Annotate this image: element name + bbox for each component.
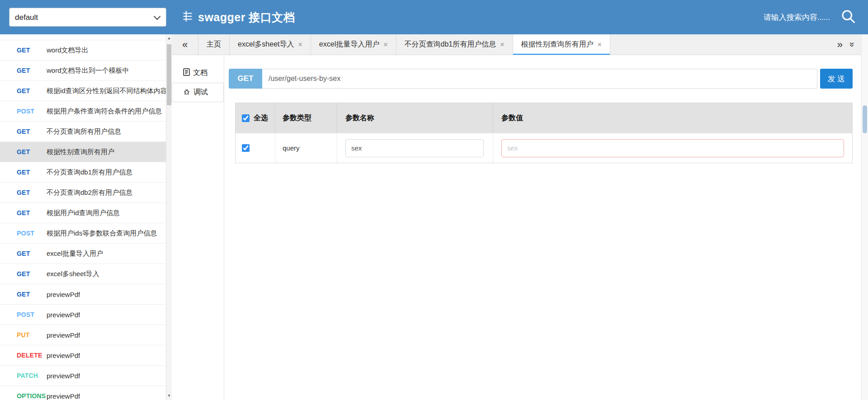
method-badge: GET	[17, 189, 47, 196]
method-badge: GET	[17, 47, 47, 54]
sidebar-api-item[interactable]: PUTpreviewPdf	[0, 325, 166, 345]
send-button[interactable]: 发 送	[820, 69, 853, 89]
select-all-checkbox[interactable]	[242, 114, 250, 122]
sidebar-api-item[interactable]: GET根据用户id查询用户信息	[0, 203, 166, 223]
sidebar-api-item[interactable]: PATCHpreviewPdf	[0, 366, 166, 386]
api-label: 不分页查询db2所有用户信息	[47, 188, 132, 197]
tab-item[interactable]: 主页	[198, 34, 230, 55]
search-placeholder-text[interactable]: 请输入搜索内容......	[764, 12, 830, 23]
param-type: query	[283, 144, 300, 152]
select-all-cell: 全选	[236, 103, 275, 133]
collapse-sidebar-icon[interactable]: «	[172, 34, 198, 55]
api-label: 不分页查询db1所有用户信息	[47, 168, 132, 177]
search-icon[interactable]	[840, 8, 856, 27]
method-badge: GET	[17, 291, 47, 298]
tab-close-icon[interactable]: ×	[598, 41, 602, 49]
page-scrollbar[interactable]	[861, 34, 868, 400]
method-badge: POST	[17, 311, 47, 318]
tab-close-icon[interactable]: ×	[500, 41, 504, 49]
select-all-label: 全选	[254, 113, 268, 123]
tab-item[interactable]: excel批量导入用户×	[311, 34, 396, 55]
tab-debug[interactable]: 调试	[172, 83, 224, 102]
method-badge: POST	[17, 230, 47, 237]
tabs-forward-icon[interactable]: »	[837, 39, 843, 51]
method-badge: GET	[17, 209, 47, 216]
api-label: previewPdf	[47, 352, 80, 359]
sidebar-clipped-row	[0, 34, 166, 40]
tab-bar: « 主页excel多sheet导入×excel批量导入用户×不分页查询db1所有…	[172, 34, 861, 55]
method-badge: GET	[17, 270, 47, 278]
api-label: 不分页查询所有用户信息	[47, 127, 121, 136]
sidebar-api-item[interactable]: GET不分页查询db1所有用户信息	[0, 162, 166, 183]
sidebar-api-item[interactable]: POST根据用户ids等参数联合查询用户信息	[0, 223, 166, 244]
sidebar-api-item[interactable]: GET不分页查询db2所有用户信息	[0, 183, 166, 203]
param-checkbox[interactable]	[242, 144, 250, 152]
method-badge: POST	[17, 108, 47, 115]
scroll-up-icon[interactable]: ▲	[166, 36, 172, 41]
app-root: default swagger 接口文档 请输入搜索内容......	[0, 0, 868, 400]
tab-label: 不分页查询db1所有用户信息	[405, 40, 496, 49]
sidebar-api-item[interactable]: POST根据用户条件查询符合条件的用户信息	[0, 101, 166, 122]
sidebar-api-item[interactable]: GETexcel多sheet导入	[0, 264, 166, 284]
api-label: previewPdf	[47, 311, 80, 319]
api-label: previewPdf	[47, 331, 80, 339]
param-row: query	[236, 133, 852, 163]
sidebar-api-item[interactable]: GET根据性别查询所有用户	[0, 142, 166, 162]
sidebar-api-item[interactable]: OPTIONSpreviewPdf	[0, 386, 166, 400]
tab-close-icon[interactable]: ×	[298, 41, 302, 49]
tab-debug-label: 调试	[193, 88, 208, 97]
header: default swagger 接口文档 请输入搜索内容......	[0, 0, 868, 34]
param-type-cell: query	[275, 133, 337, 163]
api-label: 根据id查询区分性别返回不同结构体内容	[47, 87, 166, 95]
api-label: 根据用户id查询用户信息	[47, 209, 120, 217]
tab-label: 根据性别查询所有用户	[521, 40, 594, 49]
params-table-header: 全选 参数类型 参数名称 参数值	[236, 103, 852, 133]
method-badge: GET	[17, 67, 47, 74]
tab-label: excel批量导入用户	[319, 40, 379, 49]
group-select-wrap: default	[9, 8, 166, 27]
tab-doc-label: 文档	[193, 68, 208, 78]
sidebar-api-item[interactable]: GETword文档导出到一个模板中	[0, 61, 166, 81]
tab-bar-controls: » »	[837, 34, 861, 55]
param-value-input[interactable]	[501, 139, 844, 157]
tab-item[interactable]: excel多sheet导入×	[230, 34, 311, 55]
sidebar-scrollbar-thumb[interactable]	[167, 44, 171, 105]
api-label: previewPdf	[47, 372, 80, 380]
app-title: swagger 接口文档	[198, 10, 295, 25]
group-select[interactable]: default	[9, 8, 166, 27]
api-label: excel多sheet导入	[47, 270, 99, 278]
method-badge: GET	[17, 148, 47, 155]
scroll-down-icon[interactable]: ▼	[166, 394, 172, 398]
tab-menu-icon[interactable]: »	[847, 42, 858, 47]
sidebar-api-item[interactable]: POSTpreviewPdf	[0, 305, 166, 325]
sidebar-scrollbar[interactable]: ▲ ▼	[166, 34, 172, 400]
sidebar-api-item[interactable]: GET根据id查询区分性别返回不同结构体内容	[0, 81, 166, 101]
sidebar-api-item[interactable]: GETpreviewPdf	[0, 284, 166, 305]
tab-label: 主页	[207, 40, 221, 49]
api-label: 根据性别查询所有用户	[47, 148, 114, 156]
sidebar-api-item[interactable]: DELETEpreviewPdf	[0, 345, 166, 366]
sidebar-api-item[interactable]: GETexcel批量导入用户	[0, 244, 166, 264]
header-param-value: 参数值	[493, 103, 852, 133]
method-badge: GET	[17, 87, 47, 94]
page-body: GETword文档导出GETword文档导出到一个模板中GET根据id查询区分性…	[0, 34, 868, 400]
sidebar-api-list: GETword文档导出GETword文档导出到一个模板中GET根据id查询区分性…	[0, 40, 166, 400]
debug-content: GET 发 送 全选 参数类型 参数名称 参数值	[224, 55, 861, 400]
tab-close-icon[interactable]: ×	[383, 41, 387, 49]
method-badge: GET	[17, 250, 47, 257]
sidebar-api-item[interactable]: GET不分页查询所有用户信息	[0, 122, 166, 142]
logo-icon	[182, 10, 193, 24]
document-icon	[183, 68, 190, 78]
workspace: 文档 调试	[172, 55, 861, 400]
tab-label: excel多sheet导入	[238, 40, 294, 49]
tab-doc[interactable]: 文档	[172, 63, 224, 83]
tab-item[interactable]: 不分页查询db1所有用户信息×	[396, 34, 513, 55]
request-url-input[interactable]	[262, 69, 817, 89]
tab-item[interactable]: 根据性别查询所有用户×	[513, 34, 610, 55]
page-scrollbar-thumb[interactable]	[863, 105, 867, 133]
params-table: 全选 参数类型 参数名称 参数值 query	[235, 103, 853, 163]
method-badge: PATCH	[17, 372, 47, 379]
method-badge: GET	[17, 128, 47, 135]
param-name-input[interactable]	[345, 139, 484, 157]
sidebar-api-item[interactable]: GETword文档导出	[0, 40, 166, 61]
